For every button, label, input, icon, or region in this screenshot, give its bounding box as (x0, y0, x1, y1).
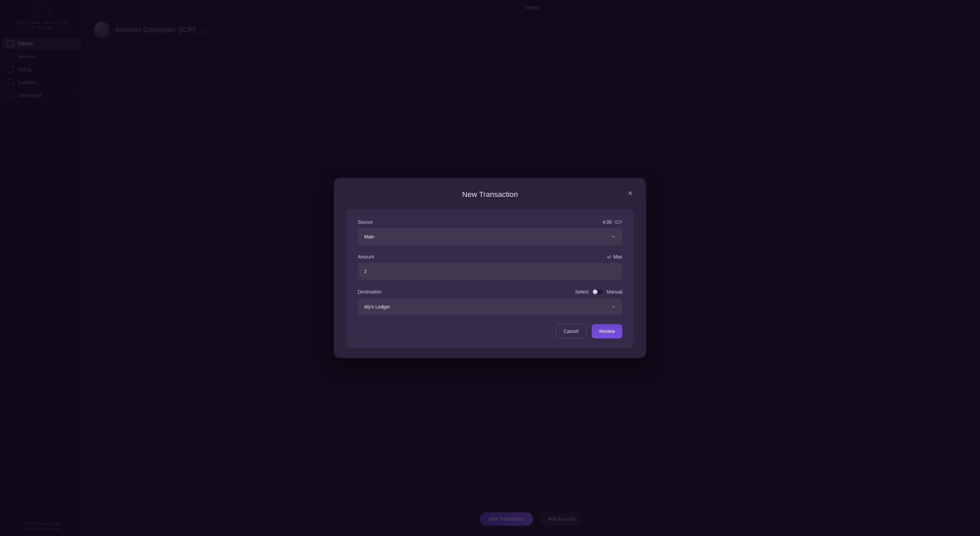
source-select[interactable]: Main (358, 228, 622, 245)
source-balance: 4.00 ICP (603, 219, 622, 225)
source-balance-unit: ICP (614, 219, 622, 225)
destination-toggle[interactable] (592, 289, 603, 295)
chevron-down-icon (611, 234, 616, 239)
destination-label: Destination (358, 289, 382, 295)
chevron-down-icon (611, 304, 616, 309)
max-button[interactable]: Max (607, 254, 622, 260)
close-icon (627, 190, 633, 196)
destination-select[interactable]: Aly's Ledger (358, 298, 622, 315)
destination-select-value: Aly's Ledger (364, 304, 390, 309)
amount-input-value: 2 (364, 269, 367, 274)
toggle-knob (593, 289, 598, 294)
modal-actions: Cancel Review (358, 324, 622, 338)
toggle-mode-select: Select (575, 289, 588, 295)
source-select-value: Main (364, 234, 374, 239)
max-button-label: Max (614, 254, 622, 260)
amount-group: Amount Max 2 (358, 254, 622, 280)
new-transaction-modal: New Transaction Source 4.00 ICP Main (334, 178, 646, 358)
cancel-button[interactable]: Cancel (556, 324, 587, 338)
amount-input[interactable]: 2 (358, 263, 622, 280)
source-group: Source 4.00 ICP Main (358, 219, 622, 245)
source-label: Source (358, 219, 372, 225)
modal-overlay[interactable]: New Transaction Source 4.00 ICP Main (0, 0, 980, 536)
amount-label: Amount (358, 254, 374, 260)
modal-panel: Source 4.00 ICP Main Amount (346, 209, 634, 348)
modal-title: New Transaction (346, 190, 634, 199)
modal-header: New Transaction (346, 190, 634, 199)
source-balance-value: 4.00 (603, 219, 612, 225)
enter-icon (607, 254, 611, 259)
toggle-mode-manual: Manual (607, 289, 622, 295)
review-button[interactable]: Review (592, 324, 622, 338)
destination-group: Destination Select Manual Aly's Ledger (358, 289, 622, 315)
close-button[interactable] (625, 188, 635, 198)
destination-mode-toggle: Select Manual (575, 289, 622, 295)
